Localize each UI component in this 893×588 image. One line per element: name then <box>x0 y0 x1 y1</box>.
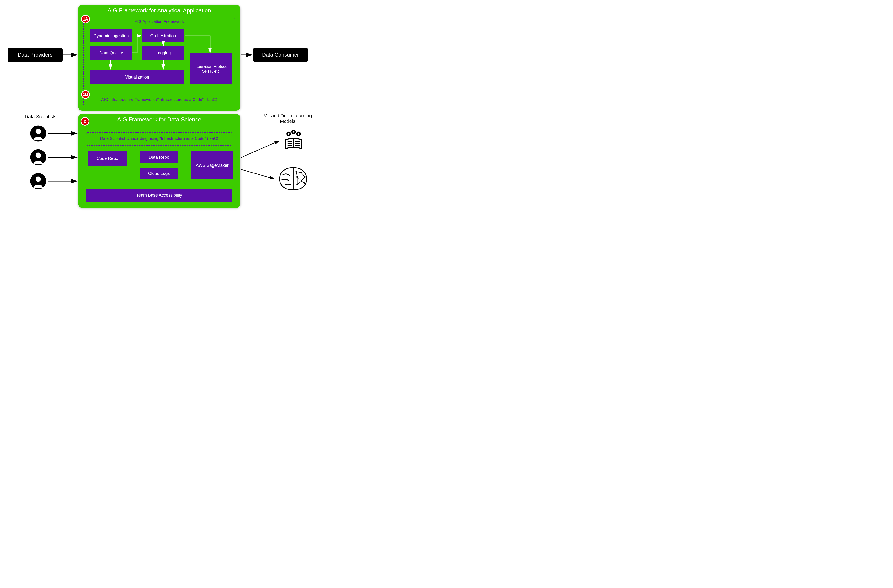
block-integration: Integration Protocol: SFTP, etc. <box>191 54 232 84</box>
svg-line-33 <box>302 177 305 181</box>
person-icon <box>30 125 47 142</box>
badge-1a: 1A <box>81 15 90 23</box>
svg-line-29 <box>298 177 302 181</box>
onboarding-label: Data Scientist Onboarding using "Infrast… <box>86 133 232 141</box>
svg-line-18 <box>295 145 299 146</box>
panel2-title: AIG Framework for Data Science <box>78 114 241 123</box>
badge-2: 2 <box>81 117 89 126</box>
person-icon <box>30 149 47 166</box>
app-framework-label: AIG Application Framework <box>84 18 235 24</box>
ml-models-label: ML and Deep Learning Models <box>259 113 316 124</box>
ml-brain-icon <box>277 165 310 193</box>
person-icon <box>30 173 47 189</box>
svg-point-11 <box>298 133 299 135</box>
infra-framework-container: AIG Infrastructure Framework ("Infrastru… <box>83 93 235 106</box>
svg-line-28 <box>296 172 297 177</box>
block-cloud-logs: Cloud Logs <box>140 168 178 180</box>
svg-line-30 <box>302 181 305 183</box>
block-logging: Logging <box>142 46 184 60</box>
svg-line-26 <box>296 172 302 172</box>
svg-line-13 <box>288 141 292 142</box>
data-scientists-label: Data Scientists <box>17 114 65 120</box>
svg-line-17 <box>295 143 299 144</box>
block-sagemaker: AWS SageMaker <box>191 151 233 180</box>
svg-point-1 <box>36 129 41 134</box>
svg-point-7 <box>288 133 290 135</box>
block-data-quality: Data Quality <box>90 46 132 60</box>
onboarding-container: Data Scientist Onboarding using "Infrast… <box>86 132 233 146</box>
data-providers-label: Data Providers <box>18 52 53 58</box>
svg-point-3 <box>36 153 41 158</box>
badge-1b: 1B <box>81 90 90 99</box>
svg-point-5 <box>36 176 41 182</box>
svg-line-40 <box>241 170 275 179</box>
data-consumer-box: Data Consumer <box>253 48 308 62</box>
block-team-access: Team Base Accessibility <box>86 189 233 202</box>
svg-line-27 <box>302 173 305 177</box>
data-providers-box: Data Providers <box>8 48 63 62</box>
svg-line-14 <box>288 143 292 144</box>
block-dynamic-ingestion: Dynamic Ingestion <box>90 29 132 42</box>
svg-line-16 <box>295 141 299 142</box>
ml-book-icon <box>282 129 305 153</box>
svg-line-39 <box>241 141 279 158</box>
infra-framework-label: AIG Infrastructure Framework ("Infrastru… <box>84 94 235 102</box>
svg-line-32 <box>298 181 302 184</box>
data-consumer-label: Data Consumer <box>262 52 299 58</box>
svg-point-9 <box>293 131 295 133</box>
block-data-repo: Data Repo <box>140 151 178 163</box>
svg-line-15 <box>288 145 292 146</box>
panel1-title: AIG Framework for Analytical Application <box>78 5 241 14</box>
block-visualization: Visualization <box>90 70 184 84</box>
diagram-canvas: Data Providers Data Consumer Data Scient… <box>0 0 356 234</box>
block-orchestration: Orchestration <box>142 29 184 42</box>
block-code-repo: Code Repo <box>88 151 126 166</box>
